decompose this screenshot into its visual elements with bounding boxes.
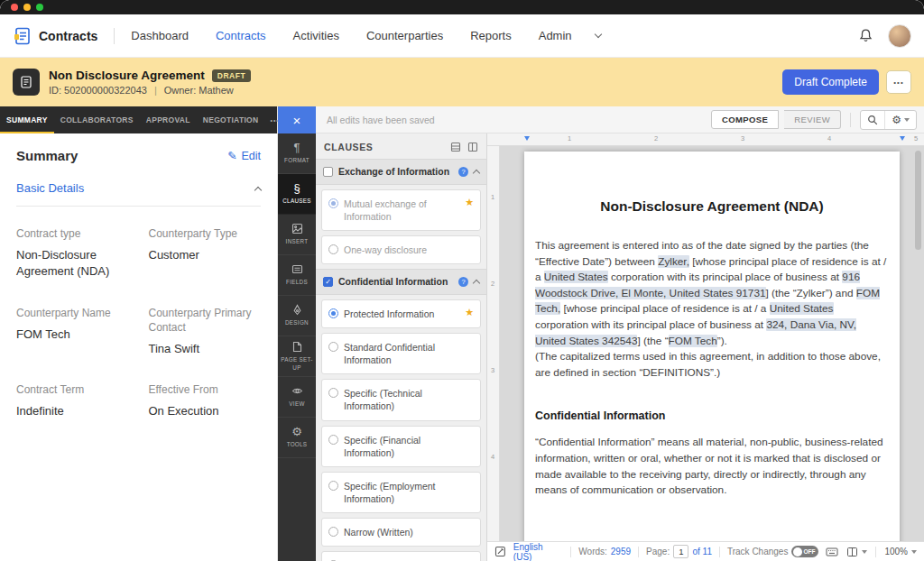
tool-fields[interactable]: FIELDS: [278, 255, 316, 296]
nav-divider: [114, 28, 115, 44]
tool-clauses[interactable]: § CLAUSES: [278, 174, 316, 215]
nav-item-dashboard[interactable]: Dashboard: [131, 29, 189, 42]
window-minimize-button[interactable]: [23, 4, 31, 11]
document-editor: 12345 1234 Non-Disclosure Agreement (NDA…: [487, 133, 924, 561]
list-view-icon[interactable]: [450, 142, 461, 152]
clause-option-mutual-exchange-of-information[interactable]: Mutual exchange of Information★: [321, 189, 481, 231]
zoom-control[interactable]: 100%: [884, 547, 917, 556]
field-value: Customer: [149, 247, 262, 263]
close-panel-button[interactable]: ×: [278, 106, 316, 133]
editor-scrollbar[interactable]: [915, 151, 921, 537]
nav-item-contracts[interactable]: Contracts: [216, 29, 266, 42]
scrollbar-thumb[interactable]: [915, 151, 921, 250]
nav-more-chevron[interactable]: [596, 34, 601, 37]
editor-settings-button[interactable]: ⚙: [884, 111, 916, 129]
clauses-view-controls: [450, 142, 478, 152]
track-changes-toggle[interactable]: OFF: [791, 546, 818, 557]
clause-option-label: Standard Confidential Information: [344, 341, 474, 366]
radio-button[interactable]: [328, 388, 338, 398]
help-icon[interactable]: ?: [458, 167, 468, 177]
clauses-panel-title: CLAUSES: [324, 142, 450, 152]
highlighted-text: United States: [770, 302, 834, 315]
field-counterparty-primary-contact: Counterparty Primary ContactTina Swift: [149, 306, 262, 358]
words-value[interactable]: 2959: [611, 547, 631, 556]
contract-title: Non Disclosure Agreement: [49, 69, 205, 82]
review-mode-button[interactable]: REVIEW: [784, 110, 841, 129]
compose-mode-button[interactable]: COMPOSE: [711, 110, 779, 129]
field-counterparty-type: Counterparty TypeCustomer: [149, 226, 262, 280]
clause-group-checkbox[interactable]: ✓: [323, 277, 333, 287]
tab-summary[interactable]: SUMMARY: [0, 106, 54, 133]
clause-option-one-way-disclosure[interactable]: One-way disclosure: [321, 235, 481, 264]
tool-tools[interactable]: ⚙ TOOLS: [278, 418, 316, 458]
clause-option-label: Specific (Employment Information): [344, 480, 474, 505]
tab-collaborators[interactable]: COLLABORATORS: [54, 106, 140, 133]
highlighted-text: United States: [544, 271, 608, 283]
chevron-up-icon[interactable]: [473, 170, 480, 177]
tab-approval[interactable]: APPROVAL: [140, 106, 197, 133]
app-logo[interactable]: Contracts: [13, 26, 97, 46]
radio-button[interactable]: [328, 244, 338, 254]
clause-group-header-confidential-information[interactable]: ✓Confidential Information?: [316, 269, 486, 295]
banner-more-button[interactable]: •••: [886, 70, 911, 94]
clause-option-narrow-written[interactable]: Narrow (Written): [321, 518, 481, 547]
help-icon[interactable]: ?: [458, 277, 468, 287]
basic-details-title: Basic Details: [16, 181, 84, 195]
keyboard-shortcuts-icon[interactable]: [826, 547, 838, 557]
radio-button[interactable]: [328, 435, 338, 445]
field-value: On Execution: [149, 403, 262, 419]
clause-option-protected-information[interactable]: Protected Information★: [321, 299, 481, 328]
document-page[interactable]: Non-Disclosure Agreement (NDA) This agre…: [524, 152, 900, 541]
chevron-up-icon[interactable]: [473, 280, 480, 287]
contract-owner: Owner: Mathew: [164, 85, 234, 96]
clause-option-specific-employment-information[interactable]: Specific (Employment Information): [321, 472, 481, 513]
compose-icon[interactable]: [494, 546, 506, 557]
indent-marker-left[interactable]: [524, 136, 530, 141]
notifications-bell-icon[interactable]: [858, 28, 873, 43]
tool-insert[interactable]: INSERT: [278, 215, 316, 255]
main-content: SUMMARYCOLLABORATORSAPPROVALNEGOTIATION …: [0, 106, 924, 561]
summary-tabbar: SUMMARYCOLLABORATORSAPPROVALNEGOTIATION …: [0, 106, 277, 133]
window-maximize-button[interactable]: [36, 4, 43, 11]
radio-button[interactable]: [328, 342, 338, 352]
banner-text: Non Disclosure Agreement DRAFT ID: 50200…: [49, 69, 251, 96]
tool-design[interactable]: DESIGN: [278, 296, 316, 336]
tab-negotiation[interactable]: NEGOTIATION: [197, 106, 265, 133]
indent-marker-right[interactable]: [900, 136, 905, 141]
search-button[interactable]: [861, 111, 884, 129]
text-run: corporation with its principal place of …: [535, 318, 766, 331]
edit-button[interactable]: ✎ Edit: [227, 149, 261, 162]
radio-button[interactable]: [328, 527, 338, 537]
editor-side-toolbar: × ¶ FORMAT § CLAUSES INSERT FIELDS: [278, 106, 316, 561]
clause-group-header-exchange-of-information[interactable]: Exchange of Information?: [316, 159, 486, 185]
star-icon[interactable]: ★: [465, 198, 474, 207]
current-page-input[interactable]: 1: [673, 545, 688, 558]
user-avatar[interactable]: [888, 24, 911, 48]
editor-topbar: All edits have been saved COMPOSE REVIEW…: [316, 106, 924, 133]
panel-view-icon[interactable]: [467, 142, 478, 152]
chevron-up-icon[interactable]: [254, 186, 262, 193]
nav-item-reports[interactable]: Reports: [470, 29, 512, 42]
clause-option-narrow-marked[interactable]: Narrow (Marked): [321, 551, 481, 561]
tool-view[interactable]: VIEW: [278, 377, 316, 418]
clause-option-specific-financial-information[interactable]: Specific (Financial Information): [321, 426, 481, 467]
clause-group-checkbox[interactable]: [323, 167, 333, 177]
language-selector[interactable]: English (US): [513, 542, 563, 561]
nav-item-admin[interactable]: Admin: [539, 29, 572, 42]
star-icon[interactable]: ★: [465, 308, 474, 317]
radio-button[interactable]: [328, 481, 338, 491]
track-changes: Track Changes OFF: [727, 546, 818, 557]
radio-button[interactable]: [328, 308, 338, 318]
page-view-button[interactable]: [846, 547, 867, 557]
nav-item-counterparties[interactable]: Counterparties: [366, 29, 443, 42]
text-run: ] (the “Zylker”) and: [766, 287, 856, 299]
nav-item-activities[interactable]: Activities: [293, 29, 339, 42]
window-close-button[interactable]: [11, 4, 18, 11]
tool-format[interactable]: ¶ FORMAT: [278, 133, 316, 174]
clause-option-specific-technical-information[interactable]: Specific (Technical Information): [321, 379, 481, 420]
tool-page-setup[interactable]: PAGE SET-UP: [278, 336, 316, 377]
radio-button[interactable]: [328, 198, 338, 208]
clause-option-standard-confidential-information[interactable]: Standard Confidential Information: [321, 333, 481, 374]
draft-complete-button[interactable]: Draft Complete: [782, 69, 879, 95]
basic-details-toggle[interactable]: Basic Details: [16, 181, 261, 207]
